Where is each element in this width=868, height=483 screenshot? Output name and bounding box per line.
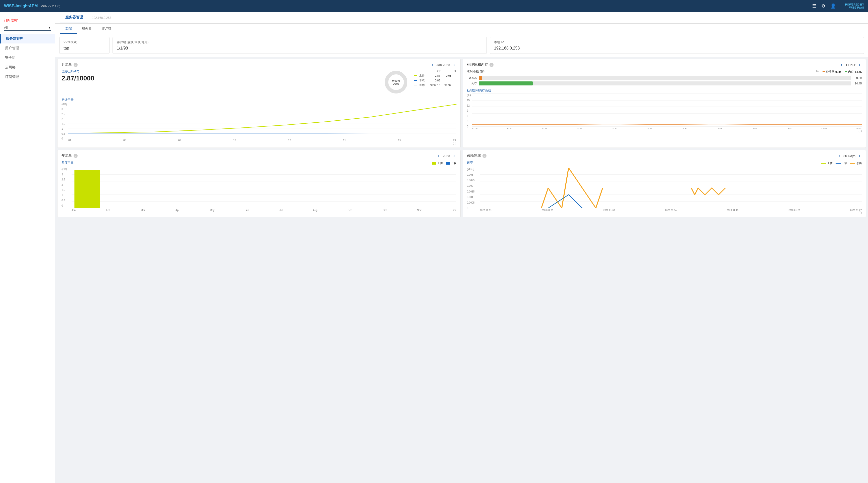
speed-x-unit: (T): [480, 211, 862, 214]
user-icon[interactable]: 👤: [830, 3, 836, 9]
available-legend-color: [414, 85, 417, 85]
info-card-clients: 客户端 (在线/离线/可用) 1/1/98: [113, 37, 487, 54]
info-card-local-ip: 本地 IP 192.168.0.253: [490, 37, 864, 54]
traffic-stats: 已用/上限(GB) 2.87/10000: [62, 70, 378, 85]
settings-icon[interactable]: ⚙: [821, 3, 825, 9]
sidebar-item-security-group[interactable]: 安全组: [0, 53, 55, 63]
upload-legend-color: [414, 75, 417, 76]
page-header-info: 192.168.0.253: [92, 16, 111, 20]
speed-chart-svg-wrapper: 2022-12-31 2023-01-05 2023-01-09 2023-01…: [480, 168, 862, 214]
memory-legend-color: [845, 71, 847, 72]
info-cards-row: VPN 模式 tap 客户端 (在线/离线/可用) 1/1/98 本地 IP 1…: [55, 34, 868, 57]
year-legend-download: 下载: [446, 161, 456, 165]
speed-total-line: [850, 163, 855, 163]
subscription-select[interactable]: All ▼: [4, 25, 51, 31]
traffic-used-value: 2.87/10000: [62, 74, 378, 82]
memory-bar-fill: [479, 82, 533, 85]
header-left: WISE-InsightAPM VPN (v 2.1.0): [4, 4, 60, 8]
cumulative-chart-svg: [68, 103, 456, 138]
year-upload-color: [432, 162, 436, 164]
realtime-load-section: 实时负载 (%) % 处理器 0.89 内存 14.45: [467, 70, 862, 85]
chevron-down-icon: ▼: [48, 26, 51, 29]
transmission-title: 传输速率 ?: [467, 154, 487, 158]
transmission-prev-btn[interactable]: ‹: [837, 153, 841, 158]
processor-bar-fill: [479, 76, 482, 80]
processor-x-unit: (T): [472, 130, 862, 132]
year-download-color: [446, 162, 450, 164]
main-layout: 订阅信息* All ▼ 服务器管理 用户管理 安全组 云网络 订阅管理 服务器管…: [0, 12, 868, 483]
processor-memory-panel: 处理器和内存 ? ‹ 1 Hour › 实时负载 (%) %: [463, 59, 866, 148]
page-header-tab-server[interactable]: 服务器管理: [60, 12, 88, 23]
speed-chart-svg: [480, 168, 862, 208]
powered-brand: WISE-PaaS: [845, 6, 864, 9]
memory-bar-label: 内存: [467, 82, 477, 85]
monthly-traffic-period: Jan 2023: [436, 63, 450, 67]
speed-chart-container: (MB/s) 0.003 0.0025 0.002 0.0015 0.001 0…: [467, 168, 862, 214]
speed-x-axis: 2022-12-31 2023-01-05 2023-01-09 2023-01…: [480, 209, 862, 211]
year-traffic-prev-btn[interactable]: ‹: [436, 153, 440, 158]
processor-prev-btn[interactable]: ‹: [839, 62, 843, 68]
processor-legend-color: [823, 71, 825, 72]
tab-monitor[interactable]: 监控: [60, 24, 77, 34]
year-x-axis: Jan Feb Mar Apr May Jun Jul Aug Sep Oct …: [71, 209, 456, 212]
memory-bar-track: [479, 82, 851, 85]
processor-chart-svg: [472, 94, 862, 126]
sidebar-item-server-management[interactable]: 服务器管理: [0, 34, 55, 43]
year-chart-svg: [71, 168, 456, 208]
processor-period: 1 Hour: [846, 63, 856, 67]
year-y-axis: (GB) 3 2.5 2 1.5 1 0.5 0: [62, 168, 70, 212]
tab-server[interactable]: 服务器: [77, 24, 97, 34]
speed-legend-download: 下载: [836, 161, 847, 165]
memory-bar-row: 内存 14.45: [467, 82, 862, 85]
app-logo: WISE-InsightAPM: [4, 4, 38, 8]
processor-next-btn[interactable]: ›: [858, 62, 862, 68]
app-header: WISE-InsightAPM VPN (v 2.1.0) ☰ ⚙ 👤 POWE…: [0, 0, 868, 12]
monthly-traffic-header: 月流量 ? ‹ Jan 2023 ›: [62, 62, 456, 68]
year-legend: 上传 下载: [432, 161, 456, 165]
donut-chart: 0.03% Used: [383, 70, 409, 95]
transmission-speed-label: 速率: [467, 160, 473, 165]
processor-info-icon[interactable]: ?: [490, 63, 494, 67]
cumulative-chart-svg-container: 01 05 09 13 17 21 25 29 (D): [68, 103, 456, 145]
monthly-traffic-next-btn[interactable]: ›: [452, 62, 456, 68]
tab-client[interactable]: 客户端: [97, 24, 117, 34]
menu-icon[interactable]: ☰: [812, 3, 816, 9]
cumulative-x-axis: 01 05 09 13 17 21 25 29: [68, 139, 456, 142]
powered-by-label: POWERED BY: [845, 3, 864, 6]
cumulative-chart-title: 累计用量: [62, 98, 456, 102]
monthly-traffic-nav: ‹ Jan 2023 ›: [430, 62, 456, 68]
legend-headers: GB %: [414, 70, 456, 72]
monthly-traffic-content: 已用/上限(GB) 2.87/10000: [62, 70, 456, 95]
sidebar-item-subscription-mgmt[interactable]: 订阅管理: [0, 72, 55, 82]
processor-chart-svg-wrapper: 13:06 13:11 13:16 13:21 13:26 13:31 13:3…: [472, 94, 862, 132]
sidebar-item-user-management[interactable]: 用户管理: [0, 43, 55, 53]
transmission-next-btn[interactable]: ›: [858, 153, 862, 158]
proc-legend-memory: 内存 14.45: [845, 70, 862, 73]
proc-legend-processor: 处理器 0.89: [823, 70, 841, 73]
transmission-info-icon[interactable]: ?: [483, 154, 487, 158]
year-legend-upload: 上传: [432, 161, 443, 165]
app-subtitle: VPN (v 2.1.0): [41, 4, 60, 8]
charts-grid: 月流量 ? ‹ Jan 2023 › 已用/上限(GB) 2.87/10000: [55, 59, 868, 219]
svg-rect-23: [74, 170, 100, 208]
processor-title: 处理器和内存 ?: [467, 63, 494, 67]
processor-load-chart-title: 处理器和内存负载: [467, 88, 862, 93]
sidebar-item-cloud-network[interactable]: 云网络: [0, 63, 55, 72]
year-traffic-nav: ‹ 2023 ›: [436, 153, 456, 158]
year-traffic-header: 年流量 ? ‹ 2023 ›: [62, 153, 456, 158]
monthly-traffic-info-icon[interactable]: ?: [73, 63, 78, 67]
vpn-mode-value: tap: [64, 46, 105, 51]
monthly-traffic-prev-btn[interactable]: ‹: [430, 62, 434, 68]
subscription-section: 订阅信息*: [0, 16, 55, 24]
traffic-legend: GB % 上传 2.87 0.03 下载 0.03: [414, 70, 456, 87]
year-traffic-next-btn[interactable]: ›: [452, 153, 456, 158]
year-traffic-info-icon[interactable]: ?: [73, 154, 78, 158]
speed-download-line: [836, 163, 841, 163]
transmission-speed-panel: 传输速率 ? ‹ 30 Days › 速率 上传: [463, 150, 866, 217]
speed-upload-line: [821, 163, 826, 163]
transmission-header: 传输速率 ? ‹ 30 Days ›: [467, 153, 862, 158]
processor-nav: ‹ 1 Hour ›: [839, 62, 862, 68]
processor-bar-row: 处理器 0.89: [467, 76, 862, 80]
cumulative-x-unit: (D): [68, 142, 456, 145]
year-traffic-period: 2023: [443, 154, 450, 158]
